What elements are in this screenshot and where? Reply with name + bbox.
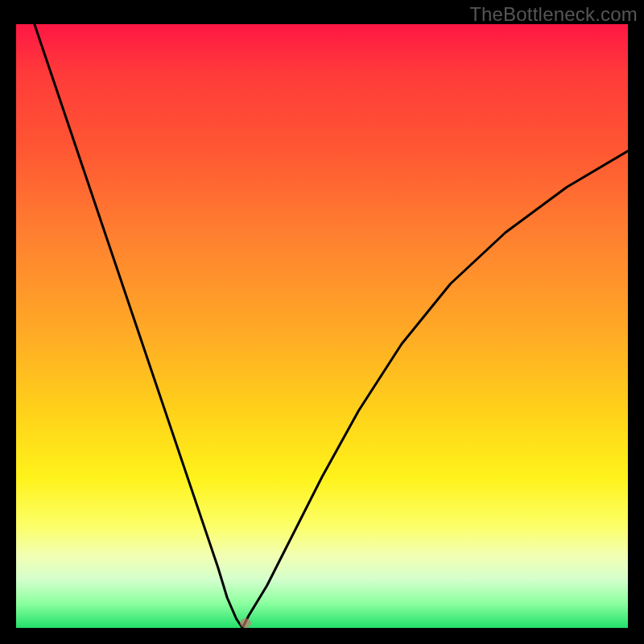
chart-container: TheBottleneck.com <box>0 0 644 644</box>
watermark-text: TheBottleneck.com <box>469 3 638 26</box>
plot-area <box>16 24 628 628</box>
optimum-marker <box>240 618 251 628</box>
bottleneck-curve <box>16 24 628 628</box>
